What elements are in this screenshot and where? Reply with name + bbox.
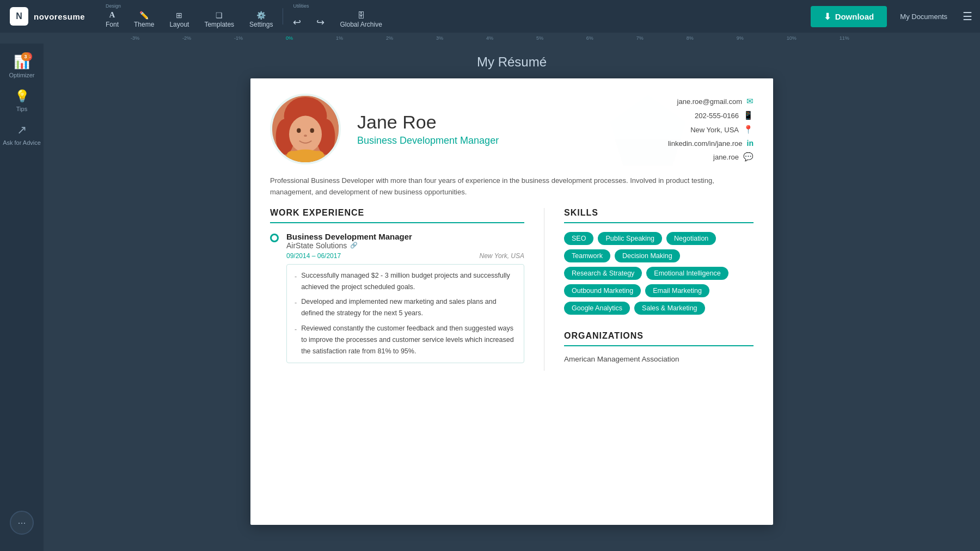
- nav-layout-label: Layout: [169, 21, 189, 28]
- orgs-section-title: ORGANIZATIONS: [564, 331, 754, 346]
- ruler-mark-7: 4%: [486, 35, 493, 41]
- contact-linkedin: linkedin.com/in/jane.roe: [668, 139, 743, 148]
- ruler-mark-3: 0%: [286, 35, 293, 41]
- resume-left-column: WORK EXPERIENCE Business Development Man…: [250, 208, 544, 371]
- font-icon: A: [109, 10, 115, 20]
- contact-skype: jane.roe: [713, 153, 739, 161]
- job-content: Business Development Manager AirState So…: [286, 232, 524, 364]
- nav-item-templates[interactable]: ❏ Templates: [197, 0, 242, 33]
- skill-seo[interactable]: SEO: [564, 232, 593, 245]
- phone-icon: 📱: [743, 111, 754, 120]
- job-dates-row: 09/2014 – 06/2017 New York, USA: [286, 252, 524, 260]
- nav-redo[interactable]: ↪: [309, 0, 332, 33]
- nav-undo[interactable]: ↩: [285, 0, 309, 33]
- skill-google-analytics[interactable]: Google Analytics: [564, 302, 630, 315]
- logo-text: novoresume: [34, 12, 85, 21]
- advice-icon: ↗: [17, 123, 27, 137]
- job-bullet-0: - Successfully managed $2 - 3 million bu…: [295, 270, 516, 293]
- contact-location-row: New York, USA 📍: [690, 125, 754, 134]
- sidebar-item-advice[interactable]: ↗ Ask for Advice: [0, 118, 44, 152]
- company-name: AirState Solutions: [286, 241, 347, 250]
- ruler-mark-14: 11%: [840, 35, 849, 41]
- skill-decision-making[interactable]: Decision Making: [615, 249, 680, 262]
- org-name: American Management Association: [564, 355, 754, 363]
- chat-icon: ···: [17, 517, 26, 529]
- advice-label: Ask for Advice: [3, 139, 41, 146]
- bullet-text-1: Developed and implemented new marketing …: [301, 296, 516, 320]
- nav-archive-label: Global Archive: [340, 21, 382, 28]
- ruler-mark-4: 1%: [336, 35, 343, 41]
- linkedin-icon: in: [747, 139, 754, 148]
- ruler-mark-1: -2%: [182, 35, 191, 41]
- bullet-dash-0: -: [295, 271, 297, 293]
- download-label: Download: [835, 12, 874, 21]
- hamburger-menu-button[interactable]: ☰: [955, 10, 980, 23]
- skill-email-marketing[interactable]: Email Marketing: [645, 284, 709, 297]
- my-documents-button[interactable]: My Documents: [892, 13, 955, 21]
- organizations-section: ORGANIZATIONS American Management Associ…: [564, 331, 754, 363]
- download-button[interactable]: ⬇ Download: [811, 6, 887, 27]
- job-title: Business Development Manager: [286, 232, 524, 241]
- avatar: [270, 94, 341, 164]
- contact-linkedin-row: linkedin.com/in/jane.roe in: [668, 139, 754, 148]
- skill-teamwork[interactable]: Teamwork: [564, 249, 610, 262]
- skills-tags: SEO Public Speaking Negotiation Teamwork…: [564, 232, 754, 315]
- nav-item-layout[interactable]: ⊞ Layout: [162, 0, 197, 33]
- contact-email-row: jane.roe@gmail.com ✉: [677, 96, 754, 106]
- resume-name: Jane Roe: [357, 112, 652, 133]
- nav-item-settings[interactable]: ⚙️ Settings: [242, 0, 280, 33]
- sidebar-item-tips[interactable]: 💡 Tips: [0, 84, 44, 118]
- contact-location: New York, USA: [690, 126, 739, 134]
- svg-point-8: [310, 128, 314, 133]
- bullet-text-0: Successfully managed $2 - 3 million budg…: [301, 270, 516, 293]
- tips-icon: 💡: [15, 89, 29, 103]
- nav-templates-label: Templates: [204, 21, 234, 28]
- job-dates: 09/2014 – 06/2017: [286, 252, 341, 260]
- optimizer-badge-container: 📊 15 3: [14, 54, 30, 70]
- ruler-mark-10: 7%: [636, 35, 644, 41]
- resume-header: Jane Roe Business Development Manager ja…: [250, 78, 773, 175]
- skill-public-speaking[interactable]: Public Speaking: [598, 232, 662, 245]
- download-icon: ⬇: [824, 11, 831, 22]
- resume-paper: Jane Roe Business Development Manager ja…: [250, 78, 773, 525]
- svg-point-9: [304, 134, 307, 137]
- nav-global-archive[interactable]: 🗄 Global Archive: [332, 0, 389, 33]
- redo-icon: ↪: [316, 16, 324, 28]
- contact-phone-row: 202-555-0166 📱: [695, 111, 754, 120]
- settings-icon: ⚙️: [256, 11, 266, 20]
- nav-font-label: Font: [106, 21, 119, 28]
- logo-icon: N: [10, 7, 28, 26]
- contact-area: jane.roe@gmail.com ✉ 202-555-0166 📱 New …: [668, 96, 754, 162]
- contact-skype-row: jane.roe 💬: [713, 152, 754, 162]
- undo-icon: ↩: [293, 16, 301, 28]
- skill-research-strategy[interactable]: Research & Strategy: [564, 267, 642, 280]
- ruler-mark-2: -1%: [234, 35, 243, 41]
- optimizer-badge-3: 3: [21, 52, 30, 61]
- skill-sales-marketing[interactable]: Sales & Marketing: [634, 302, 705, 315]
- ruler: -3% -2% -1% 0% 1% 2% 3% 4% 5% 6% 7% 8% 9…: [0, 33, 980, 44]
- skill-outbound-marketing[interactable]: Outbound Marketing: [564, 284, 641, 297]
- skill-negotiation[interactable]: Negotiation: [666, 232, 716, 245]
- skill-emotional-intelligence[interactable]: Emotional Intelligence: [646, 267, 728, 280]
- nav-item-theme[interactable]: ✏️ Theme: [126, 0, 162, 33]
- bullet-text-2: Reviewed constantly the customer feedbac…: [301, 323, 516, 358]
- theme-icon: ✏️: [139, 11, 149, 20]
- chat-button[interactable]: ···: [10, 511, 34, 535]
- ruler-mark-13: 10%: [787, 35, 797, 41]
- sidebar-item-optimizer[interactable]: 📊 15 3 Optimizer: [0, 49, 44, 84]
- ruler-mark-9: 6%: [586, 35, 593, 41]
- job-bullet-2: - Reviewed constantly the customer feedb…: [295, 323, 516, 358]
- resume-bio: Professional Business Developer with mor…: [250, 175, 773, 208]
- job-bullets: - Successfully managed $2 - 3 million bu…: [286, 264, 524, 364]
- archive-icon: 🗄: [357, 11, 365, 20]
- job-company: AirState Solutions 🔗: [286, 241, 524, 250]
- job-bullet-1: - Developed and implemented new marketin…: [295, 296, 516, 320]
- logo-area[interactable]: N novoresume: [0, 7, 98, 26]
- layout-icon: ⊞: [176, 11, 182, 20]
- templates-icon: ❏: [216, 11, 223, 20]
- ruler-mark-5: 2%: [386, 35, 393, 41]
- ruler-mark-0: -3%: [131, 35, 139, 41]
- company-link-icon[interactable]: 🔗: [350, 242, 358, 249]
- nav-item-font[interactable]: A Font: [98, 0, 126, 33]
- design-group: Design A Font ✏️ Theme ⊞ Layout ❏ Templa…: [98, 0, 280, 33]
